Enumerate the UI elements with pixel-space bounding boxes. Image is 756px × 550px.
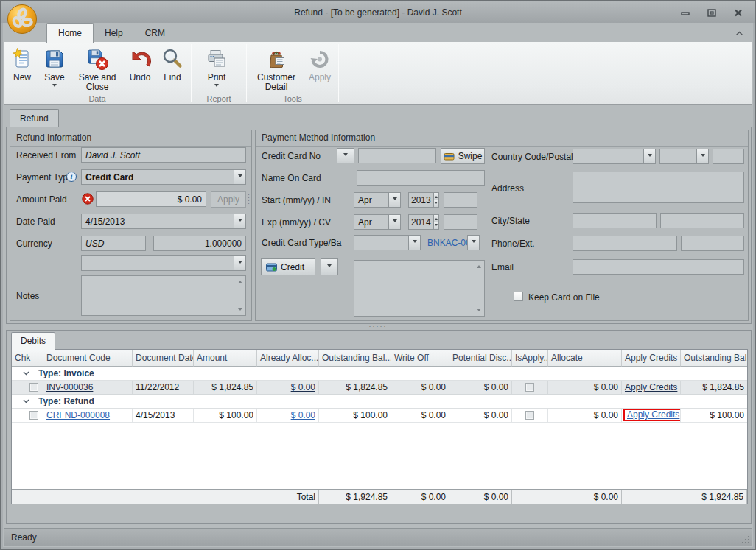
chevron-down-icon[interactable]	[388, 215, 400, 229]
address-textarea[interactable]	[573, 172, 743, 202]
row-checkbox[interactable]	[29, 383, 38, 392]
apply-credits-link[interactable]: Apply Credits	[627, 409, 679, 420]
keep-card-checkbox[interactable]	[514, 292, 523, 301]
start-in-input[interactable]	[444, 192, 477, 208]
apply-button-ribbon[interactable]: Apply	[304, 44, 336, 83]
scroll-up-icon[interactable]	[238, 278, 242, 283]
apply-amount-button[interactable]: Apply	[211, 191, 246, 208]
currency-rate-input[interactable]	[153, 236, 246, 251]
customer-detail-button[interactable]: Customer Detail	[249, 44, 304, 93]
close-button[interactable]	[729, 7, 747, 18]
ribbon-tab-crm[interactable]: CRM	[134, 24, 176, 43]
minimize-button[interactable]	[676, 7, 694, 18]
resize-grip-icon[interactable]	[741, 535, 750, 544]
spin-down-icon[interactable]	[434, 200, 438, 207]
isapply-checkbox[interactable]	[525, 383, 534, 392]
ribbon-collapse-button[interactable]	[733, 29, 745, 38]
ribbon-tab-home[interactable]: Home	[46, 23, 94, 43]
ext-input[interactable]	[681, 236, 744, 251]
credit-memo-textarea[interactable]	[354, 261, 484, 316]
exp-month-select[interactable]: Apr	[354, 214, 401, 230]
payment-type-select[interactable]: Credit Card	[81, 169, 246, 185]
row-checkbox[interactable]	[29, 411, 38, 420]
group-row-refund[interactable]: Type: Refund	[12, 395, 747, 409]
email-input[interactable]	[573, 259, 744, 275]
column-header-amount[interactable]: Amount	[194, 350, 257, 367]
credit-button[interactable]: Credit	[261, 258, 315, 275]
new-button[interactable]: New	[6, 44, 38, 83]
vertical-splitter-handle[interactable]: · · · ·	[248, 193, 251, 205]
bank-account-link[interactable]: BNKAC-00	[427, 238, 471, 248]
chevron-down-icon[interactable]	[408, 236, 420, 250]
column-header-potential-discount[interactable]: Potential Disc...	[449, 350, 512, 367]
postal-input[interactable]	[713, 149, 744, 164]
find-button[interactable]: Find	[156, 44, 189, 83]
column-header-isapply[interactable]: IsApply...	[512, 350, 548, 367]
document-code-link[interactable]: INV-000036	[46, 382, 93, 392]
date-paid-select[interactable]: 4/15/2013	[81, 214, 246, 229]
info-icon[interactable]: i	[66, 172, 77, 182]
isapply-checkbox[interactable]	[525, 411, 534, 420]
column-header-document-code[interactable]: Document Code	[43, 350, 133, 367]
name-on-card-input[interactable]	[357, 170, 485, 186]
scroll-down-icon[interactable]	[477, 309, 481, 314]
exp-cv-input[interactable]	[444, 214, 477, 230]
bank-account-dropdown-button[interactable]	[467, 235, 480, 250]
table-row-refund[interactable]: CRFND-000008 4/15/2013 $ 100.00 $ 0.00 $…	[12, 409, 747, 423]
column-header-chk[interactable]: Chk	[12, 350, 43, 367]
group-collapse-icon[interactable]	[23, 371, 29, 376]
chevron-down-icon[interactable]	[643, 149, 655, 163]
tab-refund[interactable]: Refund	[10, 109, 59, 127]
app-logo-icon[interactable]	[7, 4, 38, 35]
card-type-select[interactable]	[354, 235, 421, 250]
start-year-spinner[interactable]: 2013	[408, 192, 439, 208]
chevron-down-icon[interactable]	[388, 193, 400, 207]
start-month-select[interactable]: Apr	[354, 192, 401, 208]
column-header-allocate[interactable]: Allocate	[548, 350, 622, 367]
country-code-select[interactable]	[659, 149, 709, 164]
credit-dropdown-button[interactable]	[321, 258, 338, 275]
scroll-up-icon[interactable]	[477, 263, 481, 268]
currency-code-input[interactable]	[81, 236, 146, 251]
swipe-button[interactable]: Swipe	[441, 148, 485, 164]
country-select[interactable]	[573, 149, 656, 164]
chevron-down-icon[interactable]	[234, 214, 245, 228]
title-bar[interactable]: Refund - [To be generated] - David J. Sc…	[1, 1, 755, 23]
phone-input[interactable]	[573, 236, 677, 251]
credit-memo-scrollbar[interactable]	[473, 261, 484, 316]
apply-credits-link[interactable]: Apply Credits	[625, 382, 677, 392]
amount-paid-input[interactable]	[96, 191, 206, 207]
exp-year-spinner[interactable]: 2014	[408, 214, 439, 230]
column-header-write-off[interactable]: Write Off	[391, 350, 449, 367]
column-header-already-allocated[interactable]: Already Alloc...	[257, 350, 319, 367]
horizontal-splitter-handle[interactable]: ·····	[1, 323, 755, 330]
document-code-link[interactable]: CRFND-000008	[46, 410, 110, 420]
chevron-down-icon[interactable]	[696, 149, 708, 163]
print-button[interactable]: Print	[194, 44, 239, 90]
credit-card-no-input[interactable]	[358, 148, 436, 163]
card-number-dropdown-button[interactable]	[337, 148, 354, 163]
table-row-invoice[interactable]: INV-000036 11/22/2012 $ 1,824.85 $ 0.00 …	[12, 381, 747, 395]
spin-up-icon[interactable]	[434, 215, 438, 222]
scroll-down-icon[interactable]	[238, 308, 242, 313]
save-and-close-button[interactable]: Save and Close	[71, 44, 124, 93]
tab-debits[interactable]: Debits	[11, 332, 55, 350]
city-input[interactable]	[573, 213, 657, 228]
state-input[interactable]	[660, 213, 744, 228]
notes-scrollbar[interactable]	[234, 276, 245, 315]
column-header-apply-credits[interactable]: Apply Credits	[622, 350, 681, 367]
already-allocated-link[interactable]: $ 0.00	[291, 410, 315, 420]
spin-down-icon[interactable]	[434, 222, 438, 229]
received-from-input[interactable]	[81, 147, 246, 163]
extra-select[interactable]	[81, 255, 246, 271]
already-allocated-link[interactable]: $ 0.00	[291, 382, 315, 392]
spin-up-icon[interactable]	[434, 193, 438, 200]
notes-textarea[interactable]	[82, 276, 245, 315]
save-button[interactable]: Save	[38, 44, 71, 90]
group-row-invoice[interactable]: Type: Invoice	[12, 367, 747, 381]
column-header-document-date[interactable]: Document Date	[133, 350, 194, 367]
column-header-outstanding-balance-2[interactable]: Outstanding Bal...	[681, 350, 747, 367]
group-collapse-icon[interactable]	[23, 399, 29, 403]
column-header-outstanding-balance[interactable]: Outstanding Bal...	[319, 350, 391, 367]
restore-button[interactable]	[703, 7, 721, 18]
